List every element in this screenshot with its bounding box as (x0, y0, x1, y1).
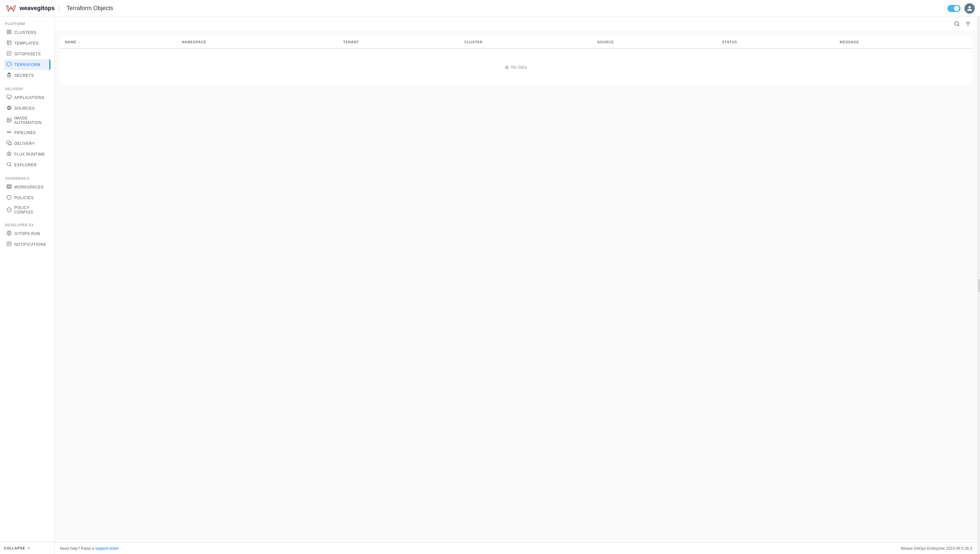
sidebar-item-label-gitops-run: GITOPS RUN (14, 231, 40, 236)
sidebar-item-label-workspaces: WORKSPACES (14, 185, 44, 189)
svg-rect-10 (10, 32, 11, 34)
header-left: weavegitops | Terraform Objects (5, 3, 113, 14)
sidebar-item-label-delivery: DELIVERY (14, 141, 35, 146)
collapse-arrow-icon (27, 546, 31, 550)
sidebar-item-gitopssets[interactable]: GITOPSSETS (4, 48, 51, 59)
sidebar-item-clusters[interactable]: CLUSTERS (4, 27, 51, 38)
applications-icon (6, 94, 12, 100)
sidebar-item-explorer[interactable]: EXPLORER (4, 159, 51, 170)
sidebar-item-label-terraform: TERRAFORM (14, 62, 40, 67)
svg-marker-15 (7, 62, 11, 66)
th-name[interactable]: NAME ↓ (60, 36, 177, 48)
sidebar-section-label: PLATFORM (4, 22, 51, 26)
svg-point-6 (13, 10, 14, 12)
sidebar: PLATFORMCLUSTERSTEMPLATESGITOPSSETSTERRA… (0, 17, 55, 554)
no-data-text: No data (511, 64, 527, 70)
content-inner: NAME ↓ NAMESPACETENANTCLUSTERSOURCESTATU… (55, 30, 977, 543)
image-automation-icon (6, 118, 12, 124)
templates-icon (6, 40, 12, 46)
right-handle-bar (978, 279, 980, 292)
sidebar-item-secrets[interactable]: SECRETS (4, 70, 51, 81)
sidebar-section-label: DEVELOPER EX. (4, 223, 51, 227)
sidebar-item-label-gitopssets: GITOPSSETS (14, 52, 41, 56)
sidebar-item-policies[interactable]: POLICIES (4, 193, 51, 203)
sidebar-item-flux-runtime[interactable]: FLUX RUNTIME (4, 149, 51, 159)
sidebar-item-applications[interactable]: APPLICATIONS (4, 92, 51, 103)
right-collapse-handle[interactable] (977, 17, 980, 554)
svg-point-40 (955, 21, 959, 25)
table-header-row: NAME ↓ NAMESPACETENANTCLUSTERSOURCESTATU… (60, 36, 972, 48)
search-icon (954, 21, 960, 27)
policies-icon (6, 195, 12, 201)
sidebar-item-sources[interactable]: SOURCES (4, 103, 51, 114)
sidebar-item-pipelines[interactable]: PIPELINES (4, 127, 51, 138)
sidebar-item-label-applications: APPLICATIONS (14, 96, 44, 100)
no-data-cell: No data (60, 48, 972, 85)
sidebar-item-label-templates: TEMPLATES (14, 41, 39, 46)
sidebar-item-notifications[interactable]: NOTIFICATIONS (4, 239, 51, 250)
svg-line-41 (958, 25, 959, 26)
logo-icon (5, 3, 17, 14)
sidebar-item-delivery[interactable]: DELIVERY (4, 138, 51, 149)
sidebar-item-templates[interactable]: TEMPLATES (4, 38, 51, 48)
no-data-row: No data (60, 48, 972, 85)
explorer-icon (6, 162, 12, 168)
search-button[interactable] (953, 19, 961, 28)
main-content: NAME ↓ NAMESPACETENANTCLUSTERSOURCESTATU… (55, 17, 977, 554)
filter-button[interactable] (964, 19, 972, 28)
svg-rect-8 (10, 30, 11, 32)
th-name-sortable[interactable]: NAME ↓ (65, 40, 172, 44)
svg-rect-9 (7, 32, 9, 34)
header-divider: | (59, 5, 60, 12)
table-body: No data (60, 48, 972, 85)
sources-icon (6, 105, 12, 111)
svg-line-29 (10, 166, 11, 166)
delivery-icon (6, 140, 12, 146)
gitops-run-icon (6, 231, 12, 237)
sidebar-item-terraform[interactable]: TERRAFORM (4, 59, 51, 70)
svg-point-2 (10, 6, 12, 8)
filter-icon (965, 21, 971, 27)
svg-point-28 (7, 162, 11, 166)
th-status: STATUS (717, 36, 835, 48)
sidebar-item-image-automation[interactable]: IMAGE AUTOMATION (4, 114, 51, 127)
svg-point-33 (8, 232, 10, 234)
sidebar-section-guardrails: GUARDRAILSWORKSPACESPOLICIESPOLICY CONFI… (0, 172, 54, 218)
sidebar-section-platform: PLATFORMCLUSTERSTEMPLATESGITOPSSETSTERRA… (0, 17, 54, 82)
theme-toggle[interactable] (947, 5, 961, 12)
clusters-icon (6, 29, 12, 35)
svg-point-22 (10, 132, 11, 133)
sidebar-item-label-pipelines: PIPELINES (14, 131, 36, 135)
page-title: Terraform Objects (67, 5, 113, 12)
th-namespace: NAMESPACE (177, 36, 338, 48)
th-message: MESSAGE (835, 36, 972, 48)
policy-configs-icon (6, 207, 12, 213)
secrets-icon (6, 72, 12, 78)
svg-point-19 (8, 119, 9, 119)
sidebar-section-label: GUARDRAILS (4, 177, 51, 180)
sidebar-item-label-sources: SOURCES (14, 106, 35, 111)
sidebar-section-developerex.: DEVELOPER EX.GITOPS RUNNOTIFICATIONS (0, 218, 54, 251)
flux-runtime-icon (6, 151, 12, 157)
sort-icon: ↓ (78, 40, 80, 44)
user-icon (967, 6, 972, 11)
top-header: weavegitops | Terraform Objects (0, 0, 980, 17)
sidebar-item-workspaces[interactable]: WORKSPACES (4, 181, 51, 193)
col-label: NAME (65, 40, 76, 44)
support-ticket-link[interactable]: support ticket (95, 546, 118, 551)
th-tenant: TENANT (338, 36, 459, 48)
svg-rect-16 (7, 95, 11, 98)
sidebar-collapse-button[interactable]: COLLAPSE (0, 542, 54, 554)
header-right (947, 3, 975, 14)
collapse-label: COLLAPSE (4, 546, 25, 550)
sidebar-item-gitops-run[interactable]: GITOPS RUN (4, 228, 51, 239)
svg-point-21 (9, 132, 10, 133)
sidebar-item-label-notifications: NOTIFICATIONS (14, 242, 46, 247)
notifications-icon (6, 241, 12, 247)
logo: weavegitops (5, 3, 55, 14)
main-layout: PLATFORMCLUSTERSTEMPLATESGITOPSSETSTERRA… (0, 17, 980, 554)
sidebar-item-policy-configs[interactable]: POLICY CONFIGS (4, 203, 51, 217)
user-avatar-button[interactable] (964, 3, 975, 14)
logo-text: weavegitops (19, 5, 55, 12)
svg-rect-11 (7, 41, 11, 45)
